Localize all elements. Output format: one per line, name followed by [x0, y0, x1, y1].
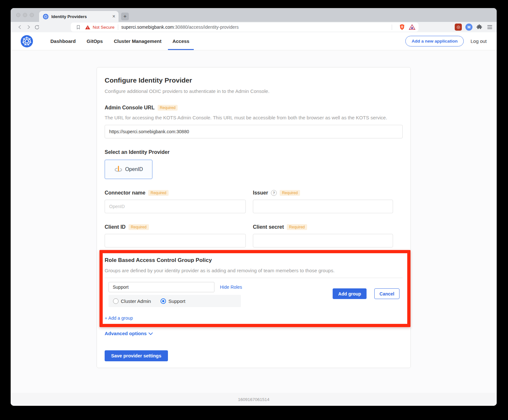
- menu-icon[interactable]: [487, 25, 492, 29]
- group-name-input[interactable]: [109, 282, 214, 292]
- kubernetes-logo[interactable]: [21, 35, 33, 47]
- window-controls: [11, 13, 39, 17]
- role-radio-cluster-admin[interactable]: Cluster Admin: [113, 298, 151, 304]
- url-path: :30880/access/identity-providers: [174, 25, 239, 30]
- add-a-group-link[interactable]: + Add a group: [105, 315, 133, 321]
- role-label: Cluster Admin: [121, 298, 151, 304]
- tab-close-icon[interactable]: ×: [112, 14, 115, 19]
- provider-fields-grid: Connector name Required Issuer ? Require…: [105, 189, 403, 247]
- client-id-input[interactable]: [105, 234, 246, 247]
- browser-toolbar: Not Secure superci.somebigbank.com:30880…: [11, 22, 497, 32]
- admin-console-url-label: Admin Console URL: [105, 104, 155, 111]
- address-bar-right: [389, 24, 415, 30]
- client-id-field: Client ID Required: [105, 224, 246, 247]
- browser-tab-bar: Identity Providers × +: [11, 8, 497, 22]
- client-id-label: Client ID: [105, 224, 126, 231]
- required-badge: Required: [158, 105, 178, 111]
- advanced-options-label: Advanced options: [105, 330, 147, 337]
- required-badge: Required: [280, 190, 300, 196]
- save-provider-settings-button[interactable]: Save provider settings: [105, 350, 168, 361]
- close-window-button[interactable]: [16, 13, 20, 17]
- bat-triangle-icon[interactable]: [409, 24, 415, 30]
- red-extension-icon[interactable]: [455, 24, 462, 31]
- connector-name-label: Connector name: [105, 189, 145, 196]
- group-editor-actions: Add group Cancel: [333, 288, 399, 299]
- page-body: Configure Identity Provider Configure ad…: [11, 50, 497, 393]
- url-host: superci.somebigbank.com: [121, 25, 174, 30]
- m-extension-icon[interactable]: M: [465, 24, 472, 31]
- client-secret-input[interactable]: [253, 234, 393, 247]
- shield-divider: [392, 25, 392, 30]
- url-text[interactable]: superci.somebigbank.com:30880/access/ide…: [121, 25, 239, 30]
- client-secret-field: Client secret Required: [253, 224, 393, 247]
- kubernetes-favicon: [43, 14, 48, 19]
- new-tab-button[interactable]: +: [121, 13, 129, 20]
- issuer-input[interactable]: [253, 200, 393, 213]
- cancel-button[interactable]: Cancel: [374, 288, 399, 299]
- issuer-field: Issuer ? Required: [253, 189, 393, 213]
- browser-window: Identity Providers × +: [11, 8, 497, 406]
- openid-provider-label: OpenID: [125, 166, 143, 172]
- admin-console-url-help: The URL for accessing the KOTS Admin Con…: [105, 115, 403, 121]
- add-application-button[interactable]: Add a new application: [405, 36, 464, 46]
- footer-timestamp: 1609167061514: [238, 397, 270, 402]
- required-badge: Required: [129, 224, 149, 230]
- add-group-button[interactable]: Add group: [333, 288, 367, 299]
- help-icon[interactable]: ?: [271, 190, 277, 196]
- rbac-heading: Role Based Access Control Group Policy: [105, 256, 403, 264]
- client-secret-label: Client secret: [253, 224, 284, 231]
- brave-shield-icon[interactable]: [399, 24, 405, 30]
- puzzle-extensions-icon[interactable]: [476, 24, 482, 30]
- extensions-bar: M: [455, 24, 492, 31]
- radio-circle-icon: [161, 298, 166, 304]
- bookmark-icon[interactable]: [74, 23, 82, 31]
- connector-name-input[interactable]: [105, 200, 246, 213]
- nav-item-access[interactable]: Access: [167, 32, 195, 50]
- role-radio-support[interactable]: Support: [161, 298, 185, 304]
- issuer-label: Issuer: [253, 189, 268, 196]
- page-title: Configure Identity Provider: [105, 76, 403, 84]
- radio-circle-icon: [113, 298, 119, 304]
- logout-link[interactable]: Log out: [471, 38, 487, 44]
- header-right: Add a new application Log out: [405, 36, 487, 46]
- rbac-section: Role Based Access Control Group Policy G…: [105, 256, 403, 321]
- main-nav: Dashboard GitOps Cluster Management Acce…: [45, 32, 195, 50]
- admin-console-url-input[interactable]: [105, 125, 403, 138]
- openid-provider-card[interactable]: OpenID: [105, 160, 152, 179]
- connector-name-field: Connector name Required: [105, 189, 246, 213]
- hide-roles-link[interactable]: Hide Roles: [220, 285, 242, 290]
- reload-icon[interactable]: [33, 23, 41, 31]
- role-label: Support: [168, 298, 185, 304]
- page-footer: 1609167061514: [11, 393, 497, 406]
- required-badge: Required: [148, 190, 169, 196]
- browser-tab[interactable]: Identity Providers ×: [39, 11, 119, 22]
- zoom-window-button[interactable]: [30, 13, 34, 17]
- roles-radio-panel: Cluster Admin Support: [109, 295, 241, 307]
- required-badge: Required: [287, 224, 307, 230]
- app-header: Dashboard GitOps Cluster Management Acce…: [11, 32, 497, 50]
- not-secure-label: Not Secure: [93, 25, 115, 30]
- address-bar[interactable]: Not Secure superci.somebigbank.com:30880…: [71, 23, 419, 32]
- nav-item-gitops[interactable]: GitOps: [81, 32, 108, 50]
- advanced-options-toggle[interactable]: Advanced options: [105, 330, 403, 337]
- minimize-window-button[interactable]: [23, 13, 27, 17]
- openid-logo-icon: [114, 165, 122, 174]
- rbac-subtitle: Groups are defined by your identity prov…: [105, 267, 403, 274]
- warning-triangle-icon: [85, 25, 90, 30]
- configure-identity-provider-card: Configure Identity Provider Configure ad…: [97, 67, 411, 368]
- back-icon[interactable]: [16, 23, 24, 31]
- group-editor: Hide Roles Cluster Admin Support: [109, 278, 403, 307]
- nav-item-dashboard[interactable]: Dashboard: [45, 32, 81, 50]
- select-provider-heading: Select an Identity Provider: [105, 149, 403, 156]
- nav-item-cluster-management[interactable]: Cluster Management: [108, 32, 167, 50]
- chevron-down-icon: [149, 332, 153, 335]
- forward-icon[interactable]: [24, 23, 33, 31]
- page-subtitle: Configure additional ODIC providers to a…: [105, 88, 403, 95]
- address-divider: [118, 25, 118, 30]
- screenshot-background: Identity Providers × +: [0, 0, 508, 420]
- tab-title: Identity Providers: [51, 14, 109, 19]
